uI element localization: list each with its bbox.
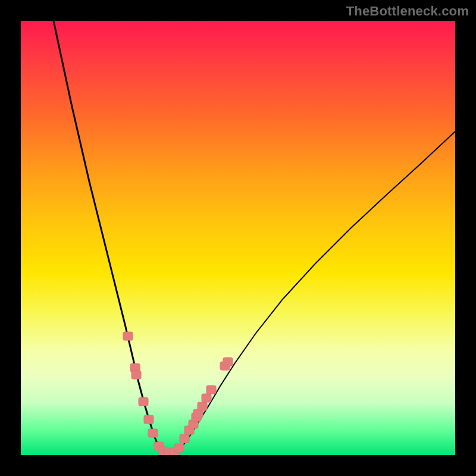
data-marker [139,397,149,406]
plot-area [21,21,455,455]
data-marker [202,394,212,403]
chart-frame: TheBottleneck.com [0,0,476,476]
data-marker [180,434,190,443]
data-marker [148,429,158,438]
watermark-label: TheBottleneck.com [346,4,469,19]
data-marker [198,402,208,411]
data-marker [206,386,217,394]
data-marker [144,415,154,424]
data-marker [223,358,233,367]
right-curve [173,131,455,455]
data-marker [123,332,133,341]
left-curve [54,21,167,455]
data-marker [174,444,184,453]
curve-layer [21,21,455,455]
data-marker [131,371,142,380]
